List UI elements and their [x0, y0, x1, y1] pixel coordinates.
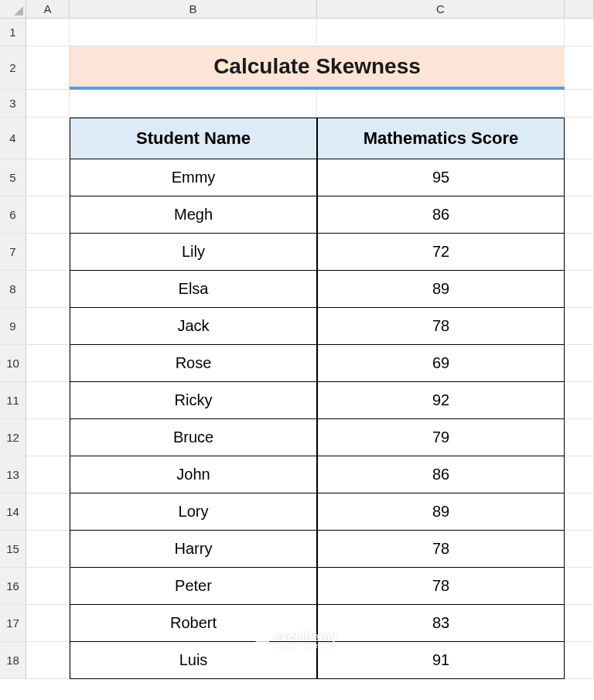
row-header-17[interactable]: 17	[0, 605, 26, 642]
table-cell-score[interactable]: 86	[317, 196, 565, 234]
table-cell-score[interactable]: 69	[317, 345, 565, 382]
table-cell-score[interactable]: 78	[317, 568, 565, 605]
cell-A8[interactable]	[26, 271, 70, 308]
col-header-B[interactable]: B	[70, 0, 317, 19]
cell-D12[interactable]	[565, 419, 594, 456]
cell-D8[interactable]	[565, 271, 594, 308]
cell-D1[interactable]	[565, 19, 594, 46]
row-header-18[interactable]: 18	[0, 642, 26, 679]
cell-A3[interactable]	[26, 90, 70, 118]
table-header-score[interactable]: Mathematics Score	[317, 118, 565, 159]
cell-A10[interactable]	[26, 345, 70, 382]
table-cell-name[interactable]: Elsa	[70, 271, 317, 308]
table-cell-score[interactable]: 72	[317, 234, 565, 271]
cell-A6[interactable]	[26, 196, 70, 234]
cell-A12[interactable]	[26, 419, 70, 456]
cell-A14[interactable]	[26, 493, 70, 531]
cell-D16[interactable]	[565, 568, 594, 605]
cell-D7[interactable]	[565, 234, 594, 271]
cell-D13[interactable]	[565, 456, 594, 493]
cell-A17[interactable]	[26, 605, 70, 642]
table-cell-name[interactable]: Harry	[70, 531, 317, 568]
row-header-1[interactable]: 1	[0, 19, 26, 46]
table-cell-name[interactable]: Megh	[70, 196, 317, 234]
table-cell-name[interactable]: Lily	[70, 234, 317, 271]
cell-C1[interactable]	[317, 19, 565, 46]
cell-D6[interactable]	[565, 196, 594, 234]
table-cell-name[interactable]: Jack	[70, 308, 317, 345]
row-header-3[interactable]: 3	[0, 90, 26, 118]
table-cell-name[interactable]: Robert	[70, 605, 317, 642]
cell-D11[interactable]	[565, 382, 594, 419]
cell-A4[interactable]	[26, 118, 70, 159]
col-header-A[interactable]: A	[26, 0, 70, 19]
cell-B3[interactable]	[70, 90, 317, 118]
row-header-11[interactable]: 11	[0, 382, 26, 419]
cell-D10[interactable]	[565, 345, 594, 382]
table-cell-score[interactable]: 95	[317, 159, 565, 196]
cell-D15[interactable]	[565, 531, 594, 568]
row-header-16[interactable]: 16	[0, 568, 26, 605]
cell-D18[interactable]	[565, 642, 594, 679]
table-cell-score[interactable]: 78	[317, 308, 565, 345]
cell-C3[interactable]	[317, 90, 565, 118]
table-cell-score[interactable]: 92	[317, 382, 565, 419]
cell-A9[interactable]	[26, 308, 70, 345]
row-header-6[interactable]: 6	[0, 196, 26, 234]
cell-D3[interactable]	[565, 90, 594, 118]
cell-A1[interactable]	[26, 19, 70, 46]
table-cell-score[interactable]: 83	[317, 605, 565, 642]
table-cell-name[interactable]: John	[70, 456, 317, 493]
table-cell-score[interactable]: 78	[317, 531, 565, 568]
row-header-12[interactable]: 12	[0, 419, 26, 456]
table-cell-name[interactable]: Rose	[70, 345, 317, 382]
row-header-13[interactable]: 13	[0, 456, 26, 493]
cell-D17[interactable]	[565, 605, 594, 642]
table-cell-score[interactable]: 91	[317, 642, 565, 679]
title-cell[interactable]: Calculate Skewness	[70, 46, 565, 90]
row-header-14[interactable]: 14	[0, 493, 26, 531]
row-header-15[interactable]: 15	[0, 531, 26, 568]
row-header-9[interactable]: 9	[0, 308, 26, 345]
col-header-C[interactable]: C	[317, 0, 565, 19]
col-header-blank[interactable]	[565, 0, 594, 19]
cell-D9[interactable]	[565, 308, 594, 345]
row-header-4[interactable]: 4	[0, 118, 26, 159]
cell-A15[interactable]	[26, 531, 70, 568]
row-header-2[interactable]: 2	[0, 46, 26, 90]
row-header-7[interactable]: 7	[0, 234, 26, 271]
spreadsheet-grid: A B C 1 2 Calculate Skewness 3 4 Student…	[0, 0, 594, 679]
cell-A5[interactable]	[26, 159, 70, 196]
cell-D2[interactable]	[565, 46, 594, 90]
cell-D14[interactable]	[565, 493, 594, 531]
cell-A2[interactable]	[26, 46, 70, 90]
row-header-5[interactable]: 5	[0, 159, 26, 196]
cell-B1[interactable]	[70, 19, 317, 46]
table-cell-score[interactable]: 79	[317, 419, 565, 456]
table-cell-name[interactable]: Ricky	[70, 382, 317, 419]
table-header-name[interactable]: Student Name	[70, 118, 317, 159]
row-header-8[interactable]: 8	[0, 271, 26, 308]
cell-A18[interactable]	[26, 642, 70, 679]
cell-A11[interactable]	[26, 382, 70, 419]
table-cell-name[interactable]: Emmy	[70, 159, 317, 196]
cell-D4[interactable]	[565, 118, 594, 159]
cell-A16[interactable]	[26, 568, 70, 605]
cell-A13[interactable]	[26, 456, 70, 493]
row-header-10[interactable]: 10	[0, 345, 26, 382]
table-cell-name[interactable]: Bruce	[70, 419, 317, 456]
table-cell-score[interactable]: 89	[317, 271, 565, 308]
select-all-corner[interactable]	[0, 0, 26, 19]
table-cell-name[interactable]: Lory	[70, 493, 317, 531]
table-cell-name[interactable]: Peter	[70, 568, 317, 605]
table-cell-score[interactable]: 89	[317, 493, 565, 531]
cell-A7[interactable]	[26, 234, 70, 271]
table-cell-score[interactable]: 86	[317, 456, 565, 493]
table-cell-name[interactable]: Luis	[70, 642, 317, 679]
cell-D5[interactable]	[565, 159, 594, 196]
